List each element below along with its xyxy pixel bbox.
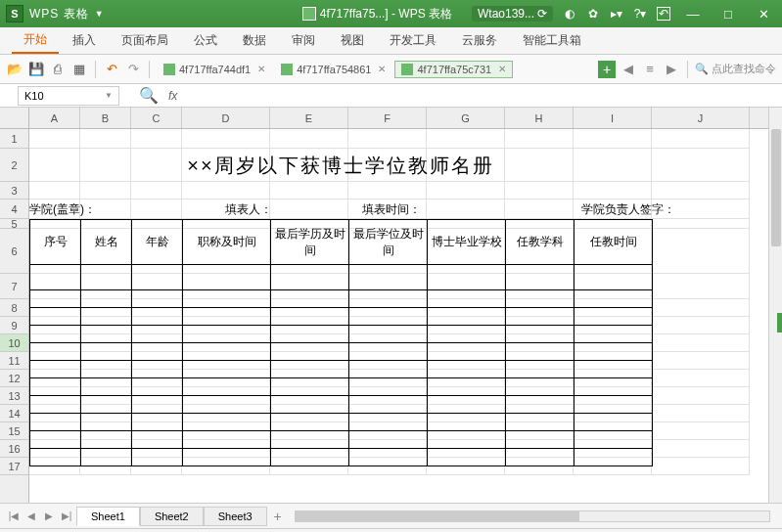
col-header-H[interactable]: H bbox=[505, 108, 574, 128]
table-cell[interactable] bbox=[506, 414, 575, 431]
table-cell[interactable] bbox=[81, 449, 132, 466]
table-cell[interactable] bbox=[506, 378, 575, 396]
table-cell[interactable] bbox=[132, 396, 183, 414]
sheet-tab-Sheet1[interactable]: Sheet1 bbox=[76, 507, 140, 526]
table-cell[interactable] bbox=[428, 265, 506, 290]
table-cell[interactable] bbox=[428, 290, 506, 308]
table-cell[interactable] bbox=[30, 396, 81, 414]
table-cell[interactable] bbox=[30, 326, 81, 343]
file-tab-1[interactable]: 4f717ffa754861✕ bbox=[274, 61, 392, 78]
col-header-A[interactable]: A bbox=[29, 108, 80, 128]
cloud-icon[interactable]: ◐ bbox=[563, 7, 576, 21]
table-cell[interactable] bbox=[349, 378, 428, 396]
table-cell[interactable] bbox=[183, 326, 271, 343]
row-header-8[interactable]: 8 bbox=[0, 299, 28, 317]
col-header-J[interactable]: J bbox=[652, 108, 750, 128]
table-cell[interactable] bbox=[81, 361, 132, 378]
table-cell[interactable] bbox=[132, 265, 183, 290]
table-cell[interactable] bbox=[183, 449, 271, 466]
table-cell[interactable] bbox=[575, 343, 653, 361]
table-cell[interactable] bbox=[30, 290, 81, 308]
row-header-5[interactable]: 5 bbox=[0, 219, 28, 229]
table-cell[interactable] bbox=[271, 290, 349, 308]
minimize-button[interactable]: — bbox=[680, 7, 706, 21]
horizontal-scrollbar[interactable] bbox=[295, 510, 770, 522]
table-cell[interactable] bbox=[81, 414, 132, 431]
table-cell[interactable] bbox=[132, 290, 183, 308]
table-cell[interactable] bbox=[575, 431, 653, 449]
maximize-button[interactable]: □ bbox=[715, 7, 741, 21]
col-header-G[interactable]: G bbox=[427, 108, 505, 128]
row-header-15[interactable]: 15 bbox=[0, 422, 28, 440]
table-cell[interactable] bbox=[575, 308, 653, 326]
table-cell[interactable] bbox=[81, 378, 132, 396]
hscroll-thumb[interactable] bbox=[296, 511, 580, 521]
table-cell[interactable] bbox=[271, 414, 349, 431]
close-icon[interactable]: ✕ bbox=[378, 64, 386, 74]
row-header-6[interactable]: 6 bbox=[0, 229, 28, 274]
menu-item-6[interactable]: 视图 bbox=[329, 27, 376, 54]
table-cell[interactable] bbox=[428, 431, 506, 449]
table-cell[interactable] bbox=[506, 431, 575, 449]
table-cell[interactable] bbox=[506, 308, 575, 326]
table-cell[interactable] bbox=[271, 378, 349, 396]
row-header-13[interactable]: 13 bbox=[0, 387, 28, 405]
nav-list-icon[interactable]: ≡ bbox=[641, 61, 659, 78]
table-cell[interactable] bbox=[349, 414, 428, 431]
col-header-F[interactable]: F bbox=[348, 108, 427, 128]
col-header-D[interactable]: D bbox=[182, 108, 270, 128]
table-cell[interactable] bbox=[349, 326, 428, 343]
open-icon[interactable]: 📂 bbox=[6, 61, 23, 78]
undo-icon[interactable]: ↶ bbox=[103, 61, 120, 78]
table-cell[interactable] bbox=[183, 414, 271, 431]
sheet-nav-prev[interactable]: ◀ bbox=[23, 510, 39, 521]
row-header-7[interactable]: 7 bbox=[0, 274, 28, 299]
menu-item-8[interactable]: 云服务 bbox=[450, 27, 509, 54]
table-cell[interactable] bbox=[132, 343, 183, 361]
col-header-C[interactable]: C bbox=[131, 108, 182, 128]
sheet-nav-last[interactable]: ▶| bbox=[59, 510, 74, 521]
sheet-nav-next[interactable]: ▶ bbox=[41, 510, 57, 521]
file-tab-2[interactable]: 4f717ffa75c731✕ bbox=[394, 61, 513, 78]
table-cell[interactable] bbox=[183, 431, 271, 449]
redo-icon[interactable]: ↷ bbox=[124, 61, 142, 78]
table-cell[interactable] bbox=[183, 343, 271, 361]
table-cell[interactable] bbox=[132, 378, 183, 396]
table-cell[interactable] bbox=[428, 326, 506, 343]
table-cell[interactable] bbox=[183, 361, 271, 378]
table-cell[interactable] bbox=[575, 290, 653, 308]
help-icon[interactable]: ?▾ bbox=[633, 7, 647, 21]
table-cell[interactable] bbox=[183, 396, 271, 414]
table-cell[interactable] bbox=[428, 396, 506, 414]
table-cell[interactable] bbox=[575, 414, 653, 431]
row-header-11[interactable]: 11 bbox=[0, 352, 28, 370]
table-cell[interactable] bbox=[506, 343, 575, 361]
table-cell[interactable] bbox=[271, 431, 349, 449]
row-header-2[interactable]: 2 bbox=[0, 149, 28, 182]
table-cell[interactable] bbox=[81, 290, 132, 308]
menu-item-4[interactable]: 数据 bbox=[231, 27, 278, 54]
table-cell[interactable] bbox=[271, 343, 349, 361]
table-cell[interactable] bbox=[349, 396, 428, 414]
table-cell[interactable] bbox=[575, 326, 653, 343]
table-cell[interactable] bbox=[349, 361, 428, 378]
table-cell[interactable] bbox=[349, 265, 428, 290]
table-cell[interactable] bbox=[575, 378, 653, 396]
menu-item-7[interactable]: 开发工具 bbox=[378, 27, 448, 54]
nav-right-icon[interactable]: ▶ bbox=[663, 61, 680, 78]
table-cell[interactable] bbox=[349, 290, 428, 308]
print-icon[interactable]: ⎙ bbox=[49, 61, 67, 78]
table-cell[interactable] bbox=[506, 265, 575, 290]
table-cell[interactable] bbox=[575, 361, 653, 378]
table-cell[interactable] bbox=[575, 396, 653, 414]
command-search[interactable]: 🔍 点此查找命令 bbox=[695, 62, 776, 76]
fx-icon[interactable]: fx bbox=[168, 89, 177, 103]
table-cell[interactable] bbox=[428, 308, 506, 326]
table-cell[interactable] bbox=[349, 449, 428, 466]
sheet-nav-first[interactable]: |◀ bbox=[6, 510, 22, 521]
table-cell[interactable] bbox=[349, 431, 428, 449]
table-cell[interactable] bbox=[30, 343, 81, 361]
table-cell[interactable] bbox=[30, 378, 81, 396]
user-badge[interactable]: Wtao139... ⟳ bbox=[472, 6, 553, 22]
table-cell[interactable] bbox=[81, 326, 132, 343]
